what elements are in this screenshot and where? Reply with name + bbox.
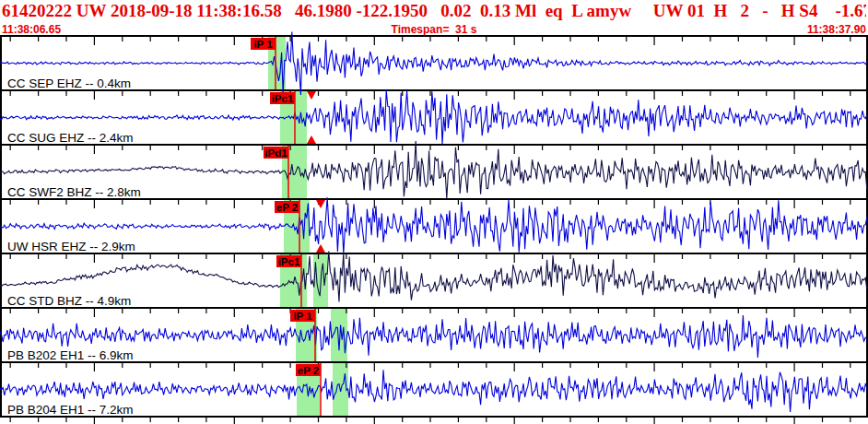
time-tick [10,254,11,259]
time-tick [10,418,11,422]
time-tick [402,254,403,259]
time-tick [654,91,655,100]
time-tick [626,200,627,205]
time-tick [38,146,39,150]
time-tick [65,146,66,150]
time-tick [514,418,515,424]
time-tick [150,254,151,259]
time-tick [626,146,627,150]
time-tick [122,363,123,368]
time-tick [318,254,319,259]
time-tick [738,418,739,422]
time-tick [178,91,179,96]
time-tick [598,418,599,422]
time-tick [429,200,430,205]
station-label: CC STD BHZ -- 4.9km [7,294,131,308]
time-tick [514,146,515,154]
time-tick [402,309,403,313]
time-tick [542,200,543,205]
time-tick [458,363,459,368]
time-tick [458,200,459,205]
time-tick [766,363,767,368]
time-tick [794,418,795,424]
time-tick [38,309,39,313]
time-tick [654,146,655,154]
time-tick [569,146,570,150]
time-tick [514,363,515,371]
time-tick [234,91,235,100]
time-tick [486,254,487,259]
time-tick [374,146,375,154]
time-tick [766,418,767,422]
time-tick [850,363,850,368]
time-tick [205,309,206,313]
time-tick [598,254,599,259]
time-tick [234,146,235,154]
time-tick [626,254,627,259]
time-tick [262,200,263,205]
time-tick [710,146,710,150]
time-tick [65,309,66,313]
time-tick [486,200,487,205]
station-label: PB B204 EH1 -- 7.2km [7,403,134,417]
time-tick [542,254,543,259]
predicted-arrival-marker-up [307,135,316,144]
time-tick [542,418,543,422]
time-tick [150,363,151,368]
time-tick [654,37,655,45]
time-tick [766,91,767,96]
time-tick [429,418,430,422]
time-tick [710,91,710,96]
time-tick [262,254,263,259]
time-tick [402,200,403,205]
predicted-arrival-marker-down [307,91,316,100]
time-tick [850,254,850,259]
trace-panel-area[interactable]: iP 1CC SEP EHZ -- 0.4kmiPc1CC SUG EHZ --… [0,0,868,424]
time-tick [38,37,39,41]
time-tick [598,146,599,150]
time-tick [290,146,291,150]
time-tick [10,37,11,41]
time-tick [822,37,823,41]
time-tick [205,363,206,368]
pick-flag-label: iP 1 [293,311,312,322]
time-tick [598,91,599,96]
time-tick [850,418,850,422]
time-tick [514,200,515,208]
time-tick [374,37,375,45]
time-tick [458,309,459,313]
time-tick [65,363,66,368]
time-tick [794,146,795,154]
time-tick [262,309,263,313]
time-tick [429,309,430,313]
time-tick [178,146,179,150]
time-tick [822,146,823,150]
time-tick [598,309,599,313]
time-tick [766,200,767,205]
time-tick [205,418,206,422]
time-tick [374,91,375,100]
time-tick [794,91,795,100]
time-tick [766,146,767,150]
time-tick [738,37,739,41]
time-tick [486,363,487,368]
time-tick [458,37,459,41]
time-tick [374,254,375,263]
time-tick [569,37,570,41]
time-tick [626,91,627,96]
time-tick [94,91,95,100]
time-tick [122,309,123,313]
time-tick [38,418,39,422]
seismogram-viewer: 61420222 UW 2018-09-18 11:38:16.58 46.19… [0,0,868,424]
time-tick [10,146,11,150]
time-tick [290,363,291,368]
time-tick [234,37,235,45]
time-tick [486,37,487,41]
time-tick [65,418,66,422]
time-tick [290,37,291,41]
time-tick [346,37,346,41]
time-tick [150,200,151,205]
time-tick [710,309,710,313]
time-tick [262,418,263,422]
time-tick [346,418,346,422]
